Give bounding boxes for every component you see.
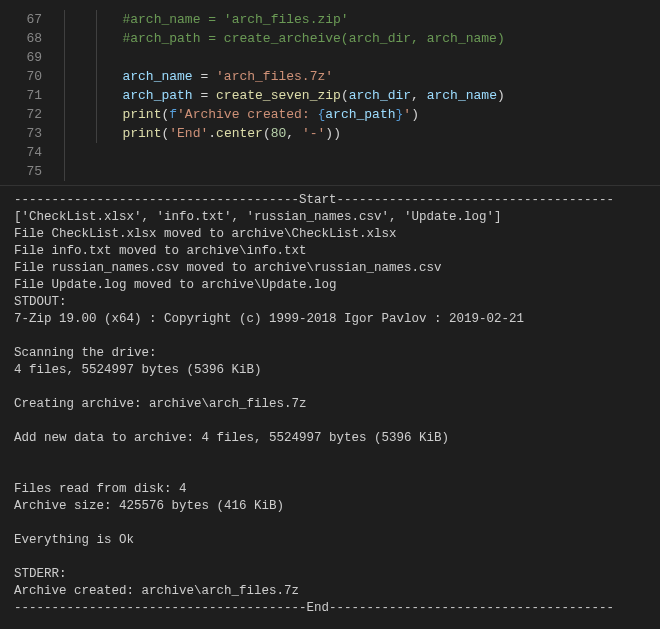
line-number: 69 [0,48,60,67]
terminal-line [14,464,646,481]
terminal-line: --------------------------------------St… [14,192,646,209]
code-line[interactable]: 74 [0,143,660,162]
terminal-line [14,549,646,566]
line-number: 75 [0,162,60,181]
terminal-line: ['CheckList.xlsx', 'info.txt', 'russian_… [14,209,646,226]
code-content[interactable]: #arch_name = 'arch_files.zip' [60,10,349,29]
code-line[interactable]: 71 arch_path = create_seven_zip(arch_dir… [0,86,660,105]
terminal-line: File info.txt moved to archive\info.txt [14,243,646,260]
code-line[interactable]: 67 #arch_name = 'arch_files.zip' [0,10,660,29]
terminal-line: Add new data to archive: 4 files, 552499… [14,430,646,447]
line-number: 71 [0,86,60,105]
terminal-line: STDOUT: [14,294,646,311]
terminal-output[interactable]: --------------------------------------St… [0,185,660,617]
terminal-line: Archive created: archive\arch_files.7z [14,583,646,600]
terminal-line: STDERR: [14,566,646,583]
code-line[interactable]: 66 [0,2,660,10]
line-number: 67 [0,10,60,29]
terminal-line [14,413,646,430]
code-line[interactable]: 73 print('End'.center(80, '-')) [0,124,660,143]
line-number: 70 [0,67,60,86]
terminal-line [14,447,646,464]
code-content[interactable]: arch_path = create_seven_zip(arch_dir, a… [60,86,505,105]
code-content[interactable]: arch_name = 'arch_files.7z' [60,67,333,86]
terminal-line: 7-Zip 19.00 (x64) : Copyright (c) 1999-2… [14,311,646,328]
terminal-line [14,515,646,532]
code-editor[interactable]: 6667 #arch_name = 'arch_files.zip'68 #ar… [0,0,660,181]
line-number: 68 [0,29,60,48]
code-line[interactable]: 69 [0,48,660,67]
terminal-line [14,379,646,396]
terminal-line: Everything is Ok [14,532,646,549]
terminal-line: File russian_names.csv moved to archive\… [14,260,646,277]
code-line[interactable]: 68 #arch_path = create_archeive(arch_dir… [0,29,660,48]
code-line[interactable]: 70 arch_name = 'arch_files.7z' [0,67,660,86]
terminal-line: File Update.log moved to archive\Update.… [14,277,646,294]
line-number: 72 [0,105,60,124]
terminal-line: File CheckList.xlsx moved to archive\Che… [14,226,646,243]
code-content[interactable]: print('End'.center(80, '-')) [60,124,341,143]
code-content[interactable]: print(f'Archive created: {arch_path}') [60,105,419,124]
terminal-line: Scanning the drive: [14,345,646,362]
code-content[interactable]: #arch_path = create_archeive(arch_dir, a… [60,29,505,48]
terminal-line: 4 files, 5524997 bytes (5396 KiB) [14,362,646,379]
terminal-line [14,328,646,345]
terminal-line: Creating archive: archive\arch_files.7z [14,396,646,413]
terminal-line: Files read from disk: 4 [14,481,646,498]
code-content[interactable] [60,48,122,67]
terminal-line: ---------------------------------------E… [14,600,646,617]
code-line[interactable]: 72 print(f'Archive created: {arch_path}'… [0,105,660,124]
line-number: 73 [0,124,60,143]
code-line[interactable]: 75 [0,162,660,181]
terminal-line: Archive size: 425576 bytes (416 KiB) [14,498,646,515]
line-number: 74 [0,143,60,162]
